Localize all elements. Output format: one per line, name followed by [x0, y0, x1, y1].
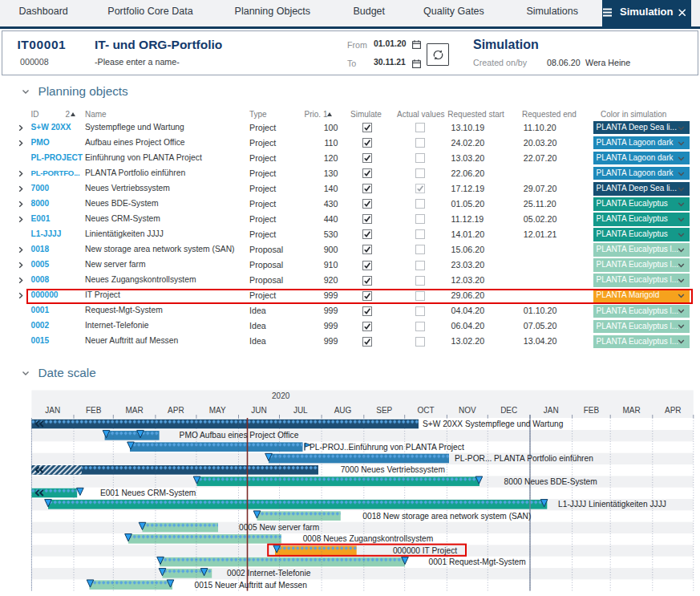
svg-text:JAN: JAN — [45, 406, 60, 415]
svg-text:S+W 20XX Systempflege und Wart: S+W 20XX Systempflege und Wartung — [423, 420, 564, 428]
svg-text:FEB: FEB — [86, 406, 102, 415]
svg-text:AUG: AUG — [334, 406, 352, 415]
svg-text:JUN: JUN — [251, 406, 266, 415]
svg-text:MAY: MAY — [209, 406, 226, 415]
svg-text:000000 IT Project: 000000 IT Project — [393, 546, 457, 555]
svg-text:0018 New storage area network: 0018 New storage area network system (SA… — [362, 512, 531, 521]
svg-text:8000 Neues BDE-System: 8000 Neues BDE-System — [504, 477, 597, 486]
svg-text:JUL: JUL — [293, 406, 308, 415]
svg-text:PL-POR...: PL-POR... — [455, 454, 492, 463]
svg-text:PMO Aufbau eines Project Offic: PMO Aufbau eines Project Office — [180, 431, 299, 440]
svg-text:JAN: JAN — [544, 406, 559, 415]
svg-text:APR: APR — [168, 406, 184, 415]
svg-text:FEB: FEB — [584, 406, 600, 415]
svg-text:0008 Neues Zugangskontrollsyst: 0008 Neues Zugangskontrollsystem — [303, 534, 434, 543]
svg-text:OCT: OCT — [418, 406, 435, 415]
svg-text:PL-PROJ...: PL-PROJ... — [310, 443, 351, 452]
svg-text:NOV: NOV — [459, 406, 476, 415]
svg-text:E001 Neues CRM-System: E001 Neues CRM-System — [100, 489, 196, 497]
svg-text:0001 Request-Mgt-System: 0001 Request-Mgt-System — [429, 557, 526, 566]
svg-text:SEP: SEP — [376, 406, 392, 415]
svg-text:0005 New server farm: 0005 New server farm — [239, 523, 319, 532]
svg-text:7000 Neues Vertriebssystem: 7000 Neues Vertriebssystem — [341, 465, 445, 474]
svg-text:MAR: MAR — [622, 406, 640, 415]
svg-text:APR: APR — [665, 406, 682, 415]
svg-text:0002 Internet-Telefonie: 0002 Internet-Telefonie — [227, 569, 311, 578]
svg-text:0015 Neuer Auftritt auf Messen: 0015 Neuer Auftritt auf Messen — [195, 581, 307, 590]
svg-text:PLANTA Portfolio einführen: PLANTA Portfolio einführen — [494, 454, 593, 463]
svg-text:L1-JJJJ Linientätigkeiten JJJJ: L1-JJJJ Linientätigkeiten JJJJ — [558, 500, 666, 509]
svg-text:DEC: DEC — [500, 406, 517, 415]
svg-text:2020: 2020 — [272, 391, 290, 400]
svg-text:Einführung von PLANTA Project: Einführung von PLANTA Project — [349, 443, 464, 452]
svg-text:MAR: MAR — [125, 406, 143, 415]
